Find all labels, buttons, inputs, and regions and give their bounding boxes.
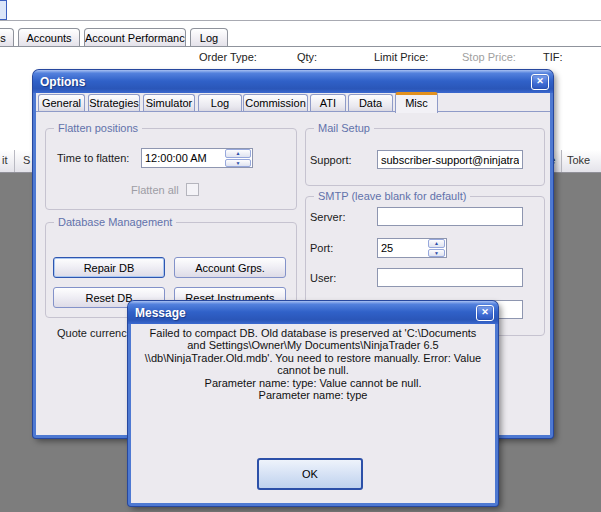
flatten-positions-caption: Flatten positions [54,122,142,134]
repair-db-button[interactable]: Repair DB [53,257,165,278]
tab-simulator[interactable]: Simulator [143,94,195,112]
message-dialog: Message ✕ Failed to compact DB. Old data… [128,301,498,506]
qty-label: Qty: [297,51,317,63]
server-label: Server: [310,211,345,223]
close-icon[interactable]: ✕ [476,305,494,321]
bg-column-separator [14,150,15,172]
limit-price-label: Limit Price: [374,51,428,63]
mail-setup-caption: Mail Setup [314,122,374,134]
user-field[interactable] [377,268,523,287]
options-dialog-title: Options [40,75,85,89]
smtp-caption: SMTP (leave blank for default) [314,190,470,202]
spinner-down-icon[interactable]: ▼ [428,249,445,258]
tab-misc[interactable]: Misc [395,92,438,113]
database-management-caption: Database Management [54,216,176,228]
ok-button[interactable]: OK [257,458,363,490]
message-dialog-body: Failed to compact DB. Old database is pr… [131,324,495,503]
tabstrip-divider [0,46,601,47]
app-tab-log[interactable]: Log [190,28,228,47]
app-tab-accounts[interactable]: Accounts [18,28,80,47]
time-to-flatten-stepper[interactable]: ▲ ▼ [225,149,251,167]
app-tab-partial[interactable]: ns [0,28,14,47]
port-stepper[interactable]: ▲ ▼ [428,239,445,257]
time-to-flatten-label: Time to flatten: [57,152,129,164]
user-label: User: [310,272,336,284]
tab-data[interactable]: Data [348,94,393,112]
options-tabline [36,111,550,112]
bg-column-left-2: S [23,154,30,166]
support-email-field[interactable] [377,150,523,169]
order-type-label: Order Type: [199,51,257,63]
flatten-positions-group: Flatten positions [45,128,297,210]
close-icon[interactable]: ✕ [531,74,549,90]
flatten-all-checkbox [186,183,199,196]
tab-strategies[interactable]: Strategies [88,94,140,112]
bg-column-left-1: it [2,154,8,166]
message-titlebar[interactable]: Message ✕ [128,301,498,324]
tab-log[interactable]: Log [198,94,242,112]
tab-commission[interactable]: Commission [243,94,308,112]
spinner-down-icon[interactable]: ▼ [225,159,251,168]
top-divider [0,20,601,21]
flatten-all-label: Flatten all [131,184,179,196]
message-text: Failed to compact DB. Old database is pr… [137,327,489,401]
window-edge-fragment [0,0,7,20]
tif-label: TIF: [543,51,563,63]
bg-column-separator [561,150,562,172]
port-label: Port: [310,242,333,254]
tab-general[interactable]: General [38,94,85,112]
bg-column-right-2: Toke [567,154,590,166]
account-grps-button[interactable]: Account Grps. [174,257,286,278]
options-titlebar[interactable]: Options ✕ [33,70,553,93]
app-tab-account-performance[interactable]: Account Performance [84,28,186,47]
tab-ati[interactable]: ATI [310,94,346,112]
spinner-up-icon[interactable]: ▲ [428,239,445,248]
support-label: Support: [310,154,352,166]
quote-currency-label: Quote currenc [57,327,127,339]
message-dialog-title: Message [135,306,186,320]
server-field[interactable] [377,207,523,226]
screen: ns Accounts Account Performance Log Orde… [0,0,601,512]
stop-price-label: Stop Price: [462,51,516,63]
spinner-up-icon[interactable]: ▲ [225,149,251,158]
